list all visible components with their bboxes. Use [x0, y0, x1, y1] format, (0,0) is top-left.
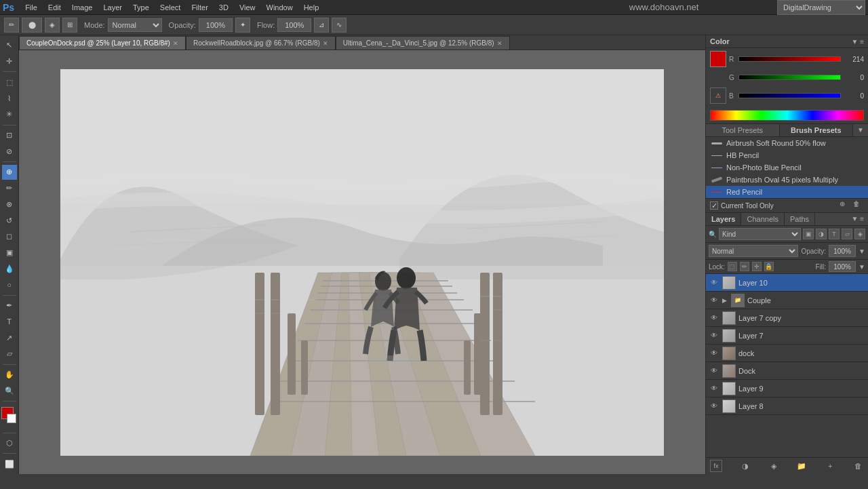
add-group-icon[interactable]: 📁 — [796, 461, 807, 471]
magic-wand-tool[interactable]: ✳ — [2, 107, 17, 122]
artboard-tool[interactable]: ✛ — [2, 54, 17, 69]
brush-presets-tab[interactable]: Brush Presets — [780, 124, 854, 136]
tab-ultima[interactable]: Ultima_Cena_-_Da_Vinci_5.jpg @ 12.5% (RG… — [336, 36, 510, 50]
gradient-tool[interactable]: ▣ — [2, 246, 17, 260]
current-tool-checkbox[interactable]: ✓ — [710, 201, 718, 210]
add-fx-icon[interactable]: fx — [710, 460, 722, 472]
preset-hb[interactable]: HB Pencil — [706, 149, 868, 161]
lasso-tool[interactable]: ⌇ — [2, 91, 17, 106]
layer-eye-layer8[interactable]: 👁 — [709, 401, 719, 412]
presets-collapse[interactable]: ▼ — [853, 124, 868, 136]
filter-type-icon[interactable]: T — [829, 229, 840, 239]
zoom-tool[interactable]: 🔍 — [2, 383, 17, 398]
opacity-input[interactable]: 100% — [829, 245, 856, 257]
move-tool[interactable]: ↖ — [2, 38, 17, 53]
flow-toggle-icon[interactable]: ⊿ — [314, 18, 329, 33]
history-brush[interactable]: ↺ — [2, 213, 17, 228]
type-tool[interactable]: T — [2, 314, 17, 329]
layer-item-dock-lower[interactable]: 👁 dock — [706, 345, 868, 362]
b-slider[interactable] — [738, 93, 841, 98]
menu-file[interactable]: File — [20, 2, 43, 13]
filter-select[interactable]: Kind — [719, 228, 801, 240]
hand-tool[interactable]: ✋ — [2, 368, 17, 383]
brush-tool[interactable]: ✏ — [2, 181, 17, 196]
background-color[interactable] — [7, 414, 16, 423]
menu-help[interactable]: Help — [298, 2, 325, 13]
menu-select[interactable]: Select — [155, 2, 186, 13]
preset-tool-delete[interactable]: 🗑 — [853, 200, 864, 211]
preset-red-pencil[interactable]: Red Pencil — [706, 186, 868, 198]
eraser-tool[interactable]: ◻ — [2, 229, 17, 244]
blur-tool[interactable]: 💧 — [2, 261, 17, 276]
color-spectrum[interactable] — [710, 110, 864, 121]
menu-type[interactable]: Type — [127, 2, 155, 13]
tab-couple-on-dock[interactable]: CoupleOnDock.psd @ 25% (Layer 10, RGB/8#… — [19, 36, 186, 50]
tab-channels[interactable]: Channels — [741, 213, 784, 225]
path-select-tool[interactable]: ↗ — [2, 330, 17, 345]
layers-collapse[interactable]: ▼ ≡ — [847, 213, 868, 225]
tab-layers[interactable]: Layers — [706, 213, 741, 225]
color-panel-collapse[interactable]: ▼ ≡ — [851, 38, 864, 45]
filter-pixel-icon[interactable]: ▣ — [803, 229, 814, 239]
r-slider[interactable] — [738, 56, 841, 62]
menu-view[interactable]: View — [234, 2, 261, 13]
menu-filter[interactable]: Filter — [186, 2, 213, 13]
tab-rockwell[interactable]: RockwellRoadblock.jpg @ 66.7% (RGB/8) ✕ — [186, 36, 336, 50]
shape-tool[interactable]: ▱ — [2, 347, 17, 361]
layer-expand-couple[interactable]: ▶ — [722, 297, 727, 304]
opacity-arrow[interactable]: ▼ — [859, 248, 865, 255]
lock-all[interactable]: 🔒 — [764, 262, 774, 271]
smoothing-icon[interactable]: ∿ — [332, 18, 347, 33]
tab-close-0[interactable]: ✕ — [173, 40, 178, 47]
brush-size-icon[interactable]: ⬤ — [22, 18, 42, 33]
filter-shape-icon[interactable]: ▱ — [842, 229, 852, 239]
layer-eye-dock-upper[interactable]: 👁 — [709, 366, 719, 376]
layer-item-layer9[interactable]: 👁 Layer 9 — [706, 380, 868, 397]
brush-toggle-icon[interactable]: ⊞ — [62, 18, 77, 33]
layer-item-layer7[interactable]: 👁 Layer 7 — [706, 327, 868, 345]
menu-window[interactable]: Window — [261, 2, 298, 13]
layer-eye-layer9[interactable]: 👁 — [709, 383, 719, 394]
tab-close-2[interactable]: ✕ — [497, 40, 502, 47]
menu-edit[interactable]: Edit — [43, 2, 66, 13]
canvas-image[interactable] — [60, 69, 664, 456]
pen-tool[interactable]: ✒ — [2, 298, 17, 313]
fill-arrow[interactable]: ▼ — [859, 263, 865, 271]
layer-item-layer10[interactable]: 👁 Layer 10 — [706, 274, 868, 292]
opacity-input[interactable] — [199, 18, 233, 32]
layer-item-layer7copy[interactable]: 👁 Layer 7 copy — [706, 309, 868, 327]
g-slider[interactable] — [738, 75, 841, 80]
layer-eye-layer7[interactable]: 👁 — [709, 330, 719, 341]
layer-eye-layer10[interactable]: 👁 — [709, 277, 719, 288]
layer-item-couple[interactable]: 👁 ▶ 📁 Couple — [706, 292, 868, 309]
delete-layer-icon[interactable]: 🗑 — [853, 461, 864, 471]
crop-tool[interactable]: ⊡ — [2, 128, 17, 143]
preset-airbrush[interactable]: Airbrush Soft Round 50% flow — [706, 137, 868, 149]
filter-adj-icon[interactable]: ◑ — [816, 229, 827, 239]
menu-image[interactable]: Image — [66, 2, 98, 13]
quick-mask-tool[interactable]: ⬡ — [2, 436, 17, 451]
add-adjustment-icon[interactable]: ◈ — [768, 461, 779, 471]
tab-close-1[interactable]: ✕ — [323, 40, 328, 47]
tab-paths[interactable]: Paths — [785, 213, 815, 225]
brush-settings-icon[interactable]: ◈ — [45, 18, 60, 33]
preset-paintbrush[interactable]: Paintbrush Oval 45 pixels Multiply — [706, 174, 868, 186]
color-swatch[interactable] — [710, 51, 726, 67]
brush-tool-icon[interactable]: ✏ — [4, 18, 19, 33]
screen-mode-tool[interactable]: ⬜ — [2, 456, 17, 471]
blend-mode-select[interactable]: Normal — [709, 245, 798, 257]
layer-item-layer8[interactable]: 👁 Layer 8 — [706, 397, 868, 415]
layer-eye-dock-lower[interactable]: 👁 — [709, 348, 719, 359]
preset-tool-add[interactable]: ⊕ — [840, 200, 850, 211]
add-mask-icon[interactable]: ◑ — [740, 461, 751, 471]
tool-presets-tab[interactable]: Tool Presets — [706, 124, 780, 136]
workspace-select[interactable]: DigitalDrawing — [777, 0, 865, 15]
stamp-tool[interactable]: ⊗ — [2, 197, 17, 212]
layer-item-dock-upper[interactable]: 👁 Dock — [706, 362, 868, 380]
healing-tool[interactable]: ⊕ — [2, 165, 17, 180]
menu-layer[interactable]: Layer — [98, 2, 127, 13]
lock-transparent[interactable]: ⬚ — [728, 262, 737, 271]
lock-position[interactable]: ✛ — [752, 262, 762, 271]
eyedropper-tool[interactable]: ⊘ — [2, 144, 17, 159]
airbrush-icon[interactable]: ✦ — [235, 18, 250, 33]
